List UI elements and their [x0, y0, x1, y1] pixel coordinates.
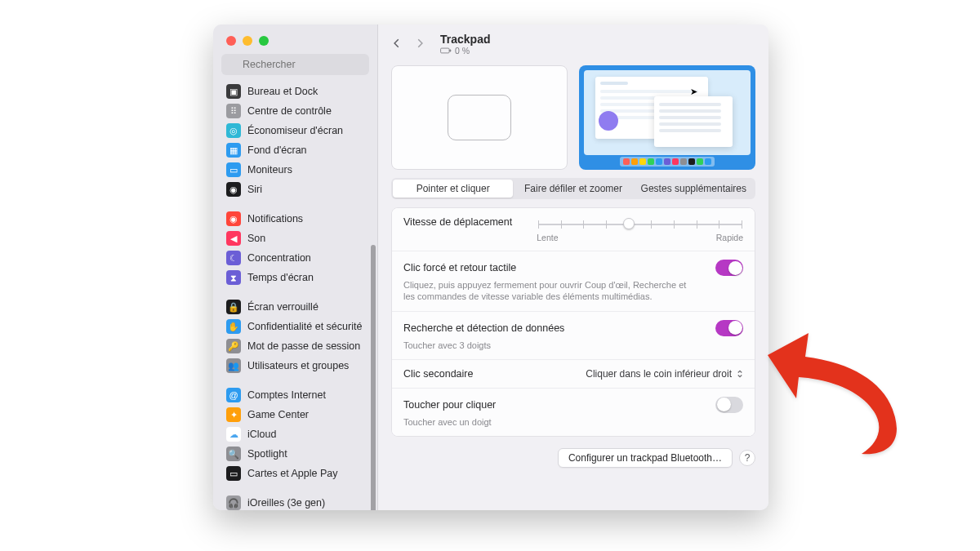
row-tracking-speed: Vitesse de déplacement Lente Rapide [392, 208, 755, 251]
sidebar-item-label: iOreilles (3e gen) [247, 497, 325, 509]
sidebar-item-label: Économiseur d'écran [247, 125, 343, 136]
sidebar-item-icon: ✋ [226, 319, 241, 334]
sidebar-item-label: Son [247, 233, 265, 244]
sidebar-item-label: Moniteurs [247, 164, 292, 176]
sidebar-item-icon: 🔒 [226, 300, 241, 314]
svg-rect-2 [441, 48, 450, 53]
sidebar-item[interactable]: 🔍Spotlight [220, 444, 371, 464]
sidebar-item[interactable]: ▭Cartes et Apple Pay [220, 464, 371, 483]
sidebar-item-icon: ◉ [226, 211, 241, 226]
gesture-preview: ➤ [579, 65, 755, 170]
main-pane: Trackpad 0 % ➤ Pointer et cliquer [378, 24, 768, 510]
force-click-desc: Cliquez, puis appuyez fermement pour ouv… [403, 279, 697, 303]
tab-more-gestures[interactable]: Gestes supplémentaires [634, 180, 754, 198]
search-input[interactable] [221, 54, 369, 75]
preview-dock [620, 157, 715, 167]
help-button[interactable]: ? [739, 450, 755, 466]
sidebar-item-label: Concentration [247, 252, 311, 264]
sidebar-item-label: Siri [247, 184, 262, 195]
window-controls [213, 24, 377, 54]
sidebar-item-icon: ◉ [226, 182, 241, 197]
minimize-icon[interactable] [243, 36, 252, 46]
sidebar-item[interactable]: @Comptes Internet [220, 385, 371, 405]
sidebar-item-label: Centre de contrôle [247, 105, 332, 117]
forward-button[interactable] [412, 34, 427, 55]
sidebar-item[interactable]: 🎧iOreilles (3e gen) [220, 493, 371, 510]
sidebar-item[interactable]: ☁iCloud [220, 424, 371, 444]
sidebar-item[interactable]: ◎Économiseur d'écran [220, 121, 371, 140]
sidebar-item[interactable]: ◉Notifications [220, 209, 371, 229]
sidebar-item-label: Confidentialité et sécurité [247, 321, 362, 332]
close-icon[interactable] [226, 36, 236, 46]
sidebar-item[interactable]: ✋Confidentialité et sécurité [220, 317, 371, 336]
slider-slow-label: Lente [537, 233, 558, 242]
sidebar-item[interactable]: ⠿Centre de contrôle [220, 101, 371, 121]
sidebar-item-label: Mot de passe de session [247, 340, 360, 352]
tab-point-click[interactable]: Pointer et cliquer [393, 180, 513, 198]
configure-bluetooth-button[interactable]: Configurer un trackpad Bluetooth… [558, 448, 733, 468]
tap-to-click-toggle[interactable] [715, 397, 743, 413]
slider-thumb[interactable] [623, 218, 635, 229]
sidebar-item[interactable]: ▭Moniteurs [220, 160, 371, 180]
sidebar-item-icon: 👥 [226, 358, 241, 373]
sidebar-item[interactable]: 🔑Mot de passe de session [220, 336, 371, 356]
sidebar-item[interactable]: ▦Fond d'écran [220, 140, 371, 160]
page-title: Trackpad [440, 33, 490, 46]
sidebar-scrollbar[interactable] [369, 98, 377, 510]
sidebar-item[interactable]: ▣Bureau et Dock [220, 82, 371, 101]
row-tap-to-click: Toucher pour cliquer Toucher avec un doi… [392, 389, 755, 436]
sidebar-item-icon: 🔍 [226, 447, 241, 461]
sidebar-item[interactable]: 👥Utilisateurs et groupes [220, 356, 371, 375]
sidebar-item-icon: ◀ [226, 231, 241, 246]
sidebar-item-label: Spotlight [247, 448, 287, 460]
row-force-click: Clic forcé et retour tactile Cliquez, pu… [392, 251, 755, 312]
sidebar-item-label: Notifications [247, 213, 303, 224]
sidebar-item-label: iCloud [247, 429, 276, 440]
sidebar-item-label: Cartes et Apple Pay [247, 468, 337, 479]
sidebar-item-label: Bureau et Dock [247, 86, 318, 97]
trackpad-icon [448, 95, 511, 140]
sidebar-item[interactable]: ✦Game Center [220, 405, 371, 424]
lookup-toggle[interactable] [715, 320, 743, 336]
tap-to-click-label: Toucher pour cliquer [403, 399, 496, 411]
row-secondary-click: Clic secondaire Cliquer dans le coin inf… [392, 360, 755, 389]
trackpad-preview [391, 65, 568, 170]
slider-fast-label: Rapide [716, 233, 743, 242]
scrollbar-thumb[interactable] [371, 245, 376, 510]
tab-bar: Pointer et cliquer Faire défiler et zoom… [391, 178, 755, 199]
sidebar-item[interactable]: 🔒Écran verrouillé [220, 297, 371, 317]
sidebar-list[interactable]: ▣Bureau et Dock⠿Centre de contrôle◎Écono… [213, 82, 377, 510]
sidebar-item-icon: 🎧 [226, 495, 241, 510]
cursor-icon: ➤ [690, 87, 697, 97]
sidebar-item-icon: ▣ [226, 84, 241, 99]
sidebar-item-label: Utilisateurs et groupes [247, 360, 349, 371]
secondary-click-label: Clic secondaire [403, 368, 473, 380]
sidebar-item-label: Écran verrouillé [247, 301, 318, 313]
tracking-speed-label: Vitesse de déplacement [403, 216, 512, 228]
sidebar-item-icon: 🔑 [226, 339, 241, 353]
sidebar-item-icon: ☁ [226, 427, 241, 442]
sidebar-item-icon: ⧗ [226, 270, 241, 285]
sidebar-item-label: Temps d'écran [247, 272, 314, 283]
sidebar-item[interactable]: ◉Siri [220, 180, 371, 199]
sidebar-item-icon: ✦ [226, 407, 241, 422]
sidebar-item[interactable]: ◀Son [220, 229, 371, 248]
zoom-icon[interactable] [259, 36, 269, 46]
force-click-toggle[interactable] [715, 260, 743, 276]
tab-scroll-zoom[interactable]: Faire défiler et zoomer [513, 180, 633, 198]
sidebar-item[interactable]: ☾Concentration [220, 248, 371, 268]
back-button[interactable] [390, 34, 404, 55]
system-settings-window: ▣Bureau et Dock⠿Centre de contrôle◎Écono… [213, 24, 768, 510]
sidebar-item-icon: ⠿ [226, 104, 241, 118]
chevron-updown-icon [737, 369, 743, 379]
tracking-speed-slider[interactable] [538, 216, 742, 233]
battery-status: 0 % [440, 46, 490, 56]
sidebar-item-icon: ▦ [226, 143, 241, 158]
secondary-click-dropdown[interactable]: Cliquer dans le coin inférieur droit [586, 368, 743, 380]
sidebar-item[interactable]: ⧗Temps d'écran [220, 268, 371, 287]
sidebar-item-icon: @ [226, 388, 241, 402]
sidebar-item-label: Game Center [247, 409, 309, 420]
settings-panel: Vitesse de déplacement Lente Rapide Clic [391, 207, 755, 437]
sidebar-item-label: Fond d'écran [247, 144, 307, 156]
lookup-desc: Toucher avec 3 doigts [403, 340, 697, 351]
